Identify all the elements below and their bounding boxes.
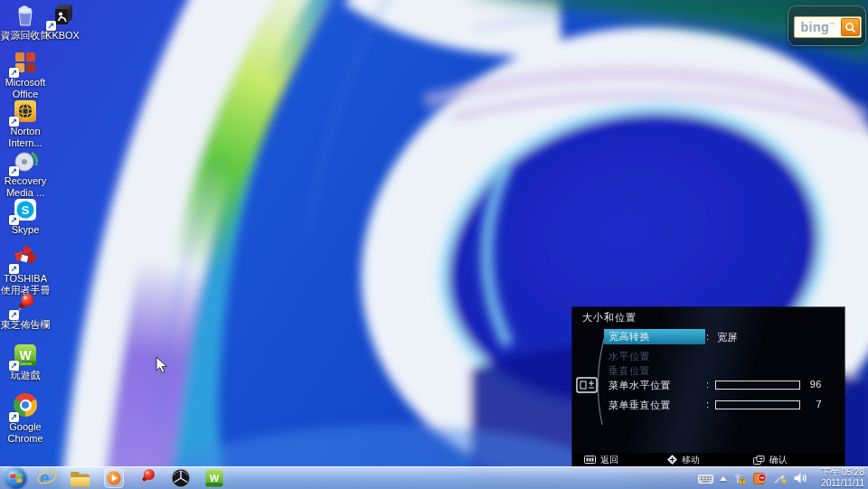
pushpin-icon: ↗	[12, 291, 39, 318]
windows-flag-icon	[10, 473, 23, 484]
recycle-bin-icon	[12, 2, 39, 29]
icon-label: Recovery Media ...	[0, 175, 51, 198]
shortcut-arrow-icon: ↗	[46, 21, 56, 31]
clock-time: 下午 05:28	[821, 467, 864, 477]
clock-date: 2011/11/11	[821, 478, 864, 488]
icon-label: 玩遊戲	[0, 370, 51, 381]
shortcut-arrow-icon: ↗	[9, 166, 19, 176]
system-tray: 下午 05:28 2011/11/11	[698, 467, 868, 489]
shortcut-arrow-icon: ↗	[9, 264, 19, 274]
osd-item-hpos[interactable]: 水平位置	[609, 350, 839, 363]
shortcut-arrow-icon: ↗	[9, 361, 19, 371]
svg-text:S: S	[22, 203, 30, 217]
slider-value: 96	[789, 379, 822, 390]
chrome-icon: ↗	[12, 393, 39, 420]
desktop-screen: 資源回收筒 ↗ KKBOX ↗ Microsoft Office 2010	[0, 0, 868, 489]
desktop-icon-skype[interactable]: S ↗ Skype	[0, 196, 51, 236]
clock[interactable]: 下午 05:28 2011/11/11	[814, 467, 864, 489]
icon-label: Skype	[0, 224, 51, 236]
svg-text:W: W	[19, 348, 32, 362]
skype-icon: S ↗	[12, 196, 39, 223]
bing-logo: bing™	[795, 20, 841, 34]
volume-icon[interactable]	[793, 472, 807, 484]
mouse-cursor	[156, 356, 168, 374]
desktop-icon-chrome[interactable]: ↗ Google Chrome	[0, 391, 51, 444]
osd-back-button[interactable]: 返回	[584, 453, 618, 466]
taskbar: e	[0, 466, 868, 489]
osd-item-aspect[interactable]: 宽高转换 : 宽屏	[609, 331, 839, 344]
icon-label: Google Chrome	[0, 421, 51, 444]
icon-label: Norton Intern...	[0, 126, 51, 148]
osd-confirm-button[interactable]: 确认	[753, 453, 788, 466]
icon-label: KKBOX	[37, 30, 88, 42]
alert-badge-icon[interactable]	[753, 472, 767, 485]
osd-move-button[interactable]: 移动	[667, 453, 700, 466]
search-input[interactable]: bing™	[794, 16, 862, 38]
hardware-device-icon[interactable]	[773, 472, 787, 484]
taskbar-ie-icon[interactable]: e	[35, 467, 58, 489]
office-icon: ↗	[12, 49, 39, 76]
menu-buttons-icon	[584, 456, 596, 464]
osd-item-menu-vpos[interactable]: 菜单垂直位置 : 7	[609, 399, 839, 412]
osd-item-menu-hpos[interactable]: 菜单水平位置 : 96	[609, 379, 839, 392]
desktop-icon-recovery[interactable]: ↗ Recovery Media ...	[0, 147, 51, 198]
language-keyboard-icon[interactable]	[698, 473, 713, 484]
shortcut-arrow-icon: ↗	[9, 412, 19, 422]
osd-decoration	[572, 307, 609, 453]
taskbar-reeltime-icon[interactable]	[169, 467, 192, 489]
taskbar-bulletin-pushpin-icon[interactable]	[136, 467, 158, 489]
svg-text:W: W	[209, 473, 219, 484]
shortcut-arrow-icon: ↗	[9, 117, 19, 127]
taskbar-wildtangent-icon[interactable]: W	[203, 467, 225, 489]
recovery-disc-icon: ↗	[12, 147, 39, 174]
osd-footer: 返回 移动 确认	[572, 453, 844, 466]
menu-vpos-slider[interactable]	[715, 400, 800, 409]
slider-value: 7	[789, 399, 822, 409]
search-button[interactable]	[841, 18, 860, 36]
wireless-warning-icon[interactable]	[733, 472, 747, 484]
taskbar-media-player-icon[interactable]	[102, 467, 125, 489]
show-hidden-icons-button[interactable]	[720, 476, 727, 481]
wildtangent-games-icon: W Games ↗	[12, 342, 39, 369]
navigate-diamond-icon	[667, 455, 677, 465]
icon-label: 東芝佈告欄	[0, 319, 51, 331]
desktop-icon-kkbox[interactable]: ↗ KKBOX	[37, 2, 88, 42]
shortcut-arrow-icon: ↗	[9, 310, 19, 320]
kkbox-icon: ↗	[49, 2, 76, 29]
desktop-icon-norton[interactable]: ↗ Norton Intern...	[0, 98, 51, 148]
toshiba-manual-icon: ↗	[12, 245, 39, 272]
monitor-osd-panel: 大小和位置 宽高转换 : 宽屏 水平位置 垂直位置 菜单水平位置 : 96 菜	[572, 307, 844, 466]
desktop-icon-games[interactable]: W Games ↗ 玩遊戲	[0, 342, 51, 381]
menu-hpos-slider[interactable]	[715, 381, 800, 390]
magnifier-icon	[844, 21, 857, 34]
norton-icon: ↗	[12, 98, 39, 125]
shortcut-arrow-icon: ↗	[9, 68, 19, 78]
svg-text:Games: Games	[19, 362, 33, 366]
taskbar-explorer-icon[interactable]	[69, 467, 91, 489]
desktop-icon-toshiba-board[interactable]: ↗ 東芝佈告欄	[0, 291, 51, 331]
desktop-icon-toshiba-manual[interactable]: ↗ TOSHIBA 使用者手冊	[0, 245, 51, 296]
start-button[interactable]	[5, 467, 27, 489]
bing-search-gadget[interactable]: bing™	[788, 5, 866, 46]
shortcut-arrow-icon: ↗	[9, 215, 19, 225]
chevron-up-icon	[720, 476, 727, 481]
confirm-window-icon	[753, 456, 765, 465]
osd-item-vpos[interactable]: 垂直位置	[609, 364, 839, 378]
